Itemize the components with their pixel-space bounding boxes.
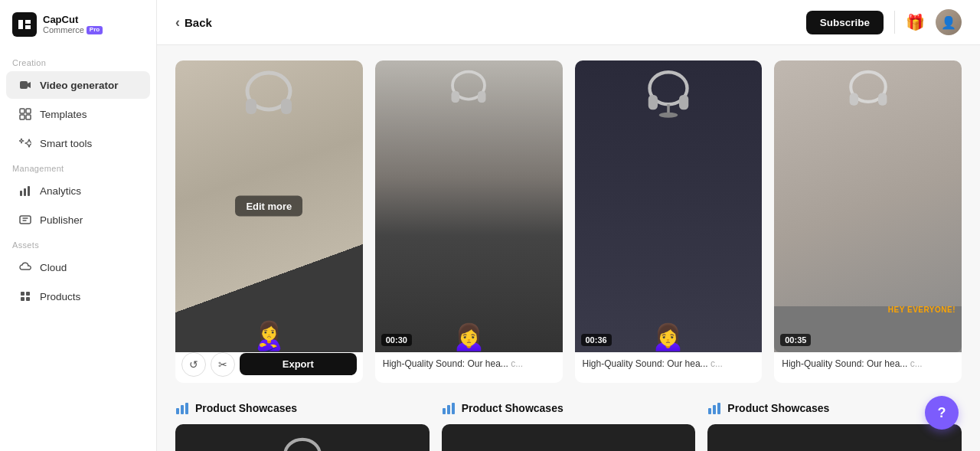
subscribe-button[interactable]: Subscribe <box>806 11 884 34</box>
back-arrow-icon: ‹ <box>175 15 180 31</box>
showcase-label-2: Product Showcases <box>462 402 564 414</box>
publisher-icon <box>18 213 32 227</box>
video-card-4[interactable]: HEY EVERYONE! 00:35 High-Quality Sound: … <box>774 60 962 383</box>
back-label: Back <box>185 16 212 29</box>
avatar[interactable]: 👤 <box>936 9 962 35</box>
video-thumb-2: 🙍‍♀️ 00:30 <box>375 60 563 352</box>
svg-rect-10 <box>21 292 24 296</box>
export-button-1[interactable]: Export <box>240 353 357 375</box>
management-section-label: Management <box>0 158 156 176</box>
svg-rect-22 <box>679 95 688 109</box>
svg-rect-36 <box>452 403 455 414</box>
svg-rect-13 <box>26 297 30 301</box>
video-title-3: High-Quality Sound: Our hea... c... <box>583 358 755 369</box>
svg-rect-7 <box>24 188 26 196</box>
headphone-svg-1 <box>238 68 299 129</box>
svg-rect-19 <box>478 91 486 103</box>
svg-rect-29 <box>181 405 184 414</box>
video-card-2[interactable]: 🙍‍♀️ 00:30 High-Quality Sound: Our hea..… <box>375 60 563 383</box>
showcase-card-3[interactable] <box>707 424 962 451</box>
video-generator-icon <box>18 78 32 92</box>
svg-rect-5 <box>26 115 31 119</box>
sidebar-label-publisher: Publisher <box>40 214 83 226</box>
creation-section-label: Creation <box>0 52 156 70</box>
content-area: 🙎‍♀️ Edit more ↺ ✂ Export <box>157 45 980 451</box>
help-fab[interactable]: ? <box>925 396 959 430</box>
sidebar-item-products[interactable]: Products <box>6 283 150 310</box>
showcase-header-1: Product Showcases <box>175 401 430 415</box>
capcut-logo-icon <box>12 12 37 37</box>
duration-badge-3: 00:36 <box>581 334 612 346</box>
showcase-label-1: Product Showcases <box>195 402 297 414</box>
video-thumb-1: 🙎‍♀️ Edit more <box>175 60 363 352</box>
showcase-header-2: Product Showcases <box>442 401 696 415</box>
headphone-dark-1 <box>277 436 327 451</box>
headphone-svg-4 <box>841 68 895 118</box>
back-button[interactable]: ‹ Back <box>175 15 212 31</box>
bar-chart-icon-3 <box>707 401 721 415</box>
video-thumb-4: HEY EVERYONE! 00:35 <box>774 60 962 352</box>
video-card-1[interactable]: 🙎‍♀️ Edit more ↺ ✂ Export <box>175 60 363 383</box>
sidebar: CapCut Commerce Pro Creation Video gener… <box>0 0 157 451</box>
svg-rect-12 <box>21 297 24 301</box>
sidebar-label-templates: Templates <box>40 109 87 120</box>
smart-tools-icon <box>18 136 32 150</box>
sidebar-item-templates[interactable]: Templates <box>6 100 150 128</box>
svg-rect-30 <box>185 403 188 414</box>
showcase-icon-1 <box>175 401 189 415</box>
duration-badge-4: 00:35 <box>780 334 811 346</box>
svg-rect-1 <box>20 81 28 89</box>
video-title-2: High-Quality Sound: Our hea... c... <box>383 358 555 369</box>
sidebar-item-smart-tools[interactable]: Smart tools <box>6 129 150 157</box>
sidebar-item-cloud[interactable]: Cloud <box>6 253 150 281</box>
svg-rect-28 <box>176 408 179 414</box>
sidebar-item-analytics[interactable]: Analytics <box>6 177 150 204</box>
showcase-card-2[interactable]: 👤 <box>442 424 696 451</box>
gift-icon[interactable]: 🎁 <box>906 13 925 31</box>
bar-chart-icon-2 <box>442 401 456 415</box>
sidebar-label-cloud: Cloud <box>40 262 67 273</box>
showcase-section-2: Product Showcases 👤 <box>442 401 696 451</box>
bar-chart-icon-1 <box>175 401 189 415</box>
logo-name: CapCut <box>43 15 103 25</box>
sidebar-label-products: Products <box>40 291 80 302</box>
pro-badge: Pro <box>87 26 103 34</box>
showcase-section-3: Product Showcases <box>707 401 962 451</box>
video-title-4: High-Quality Sound: Our hea... c... <box>782 358 954 369</box>
svg-rect-39 <box>717 403 720 414</box>
analytics-icon <box>18 184 32 198</box>
templates-icon <box>18 107 32 121</box>
person-3: 🙍‍♀️ <box>651 320 685 352</box>
person-silhouette-1: 🙎‍♀️ <box>175 320 363 352</box>
showcase-card-1[interactable] <box>175 424 430 451</box>
svg-point-31 <box>285 440 320 451</box>
main-area: ‹ Back Subscribe 🎁 👤 <box>157 0 980 451</box>
showcase-section-1: Product Showcases <box>175 401 430 451</box>
logo-area: CapCut Commerce Pro <box>0 12 156 52</box>
svg-rect-21 <box>648 95 658 109</box>
edit-more-overlay[interactable]: Edit more <box>235 196 302 217</box>
person-2: 🙍‍♀️ <box>452 320 486 352</box>
svg-rect-27 <box>878 93 887 106</box>
svg-rect-18 <box>452 91 460 103</box>
video-card-3[interactable]: 🙍‍♀️ 00:36 High-Quality Sound: Our hea..… <box>575 60 763 383</box>
svg-rect-26 <box>849 93 858 106</box>
network-svg <box>707 424 962 451</box>
svg-rect-37 <box>708 408 711 414</box>
cut-button-1[interactable]: ✂ <box>211 352 235 377</box>
svg-rect-4 <box>20 115 24 119</box>
svg-rect-2 <box>20 109 24 113</box>
showcase-icon-3 <box>707 401 721 415</box>
page-header: ‹ Back Subscribe 🎁 👤 <box>157 0 980 45</box>
refresh-button-1[interactable]: ↺ <box>181 352 206 377</box>
cloud-icon <box>18 260 32 274</box>
svg-rect-34 <box>443 408 446 414</box>
video-meta-3: High-Quality Sound: Our hea... c... <box>575 352 763 374</box>
sidebar-label-video-generator: Video generator <box>40 80 119 91</box>
headphone-svg-3 <box>639 68 697 122</box>
headphone-svg-2 <box>442 68 495 114</box>
sidebar-item-video-generator[interactable]: Video generator <box>6 71 150 99</box>
sidebar-item-publisher[interactable]: Publisher <box>6 206 150 234</box>
svg-rect-35 <box>447 405 450 414</box>
header-right: Subscribe 🎁 👤 <box>806 9 962 35</box>
